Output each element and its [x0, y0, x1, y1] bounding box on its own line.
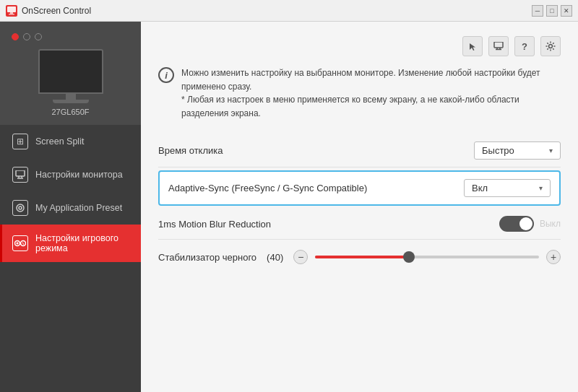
titlebar: OnScreen Control ─ □ ✕	[0, 0, 578, 22]
app-icon	[6, 5, 17, 17]
adaptive-sync-dropdown-arrow: ▾	[539, 184, 543, 192]
slider-minus-button[interactable]: −	[293, 250, 308, 264]
motion-blur-toggle[interactable]: Выкл	[499, 216, 561, 232]
content-top-icons: ?	[158, 36, 561, 56]
sidebar-monitor-area: 27GL650F	[0, 22, 141, 125]
adaptive-sync-value: Вкл	[472, 183, 533, 193]
response-time-label: Время отклика	[158, 145, 474, 156]
svg-rect-2	[9, 14, 14, 15]
sidebar-item-game-mode[interactable]: Настройки игрового режима	[0, 225, 141, 262]
content-area: ? i Можно изменить настройку на выбранно…	[141, 22, 578, 392]
monitor-model-label: 27GL650F	[52, 108, 90, 116]
svg-point-19	[549, 45, 553, 48]
sidebar: 27GL650F ⊞ Screen Split Настройки монито…	[0, 22, 141, 392]
svg-rect-0	[7, 6, 16, 12]
help-icon-btn[interactable]: ?	[514, 36, 535, 56]
cursor-icon-btn[interactable]	[462, 36, 483, 56]
svg-rect-15	[494, 42, 503, 48]
monitor-dot-2[interactable]	[23, 33, 30, 40]
app-preset-icon	[12, 200, 28, 216]
motion-blur-label: 1ms Motion Blur Reduction	[158, 219, 499, 230]
question-mark-icon: ?	[522, 41, 527, 52]
monitor-neck	[66, 94, 76, 100]
sidebar-item-app-preset-label: My Application Preset	[35, 203, 122, 213]
monitor-dot-1[interactable]	[12, 33, 19, 40]
toggle-track[interactable]	[499, 216, 534, 232]
info-icon: i	[158, 67, 174, 83]
maximize-button[interactable]: □	[546, 5, 558, 17]
settings-icon-btn[interactable]	[540, 36, 561, 56]
svg-rect-3	[16, 170, 25, 176]
motion-blur-row: 1ms Motion Blur Reduction Выкл	[158, 209, 561, 240]
monitor-dot-3[interactable]	[35, 33, 42, 40]
info-box: i Можно изменить настройку на выбранном …	[158, 66, 561, 120]
svg-rect-1	[10, 12, 13, 14]
slider-plus-button[interactable]: +	[546, 250, 561, 264]
slider-track[interactable]	[315, 255, 539, 259]
slider-thumb[interactable]	[403, 251, 415, 263]
response-time-dropdown-arrow: ▾	[549, 147, 553, 154]
window-title: OnScreen Control	[22, 6, 532, 16]
monitor-base	[53, 100, 89, 103]
monitor-screen	[38, 49, 103, 94]
black-stabilizer-label: Стабилизатор черного	[158, 252, 256, 263]
adaptive-sync-dropdown[interactable]: Вкл ▾	[464, 179, 551, 197]
close-button[interactable]: ✕	[561, 5, 572, 17]
svg-point-10	[21, 241, 26, 246]
sidebar-item-monitor-settings-label: Настройки монитора	[35, 170, 123, 180]
response-time-row: Время отклика Быстро ▾	[158, 134, 561, 167]
adaptive-sync-row: Adaptive-Sync (FreeSync / G-Sync Compati…	[158, 170, 561, 206]
toggle-off-label: Выкл	[540, 219, 561, 229]
screen-split-icon: ⊞	[12, 134, 28, 149]
toggle-knob	[519, 217, 532, 230]
response-time-dropdown[interactable]: Быстро ▾	[474, 141, 561, 160]
window-controls: ─ □ ✕	[532, 5, 572, 17]
main-layout: 27GL650F ⊞ Screen Split Настройки монито…	[0, 22, 578, 392]
svg-point-13	[22, 243, 23, 243]
slider-track-fill	[315, 256, 409, 258]
black-stabilizer-value: (40)	[267, 252, 283, 263]
sidebar-item-app-preset[interactable]: My Application Preset	[0, 191, 141, 225]
sidebar-item-game-mode-label: Настройки игрового режима	[35, 233, 131, 253]
svg-point-8	[19, 206, 22, 209]
sidebar-item-screen-split-label: Screen Split	[35, 136, 84, 147]
adaptive-sync-label: Adaptive-Sync (FreeSync / G-Sync Compati…	[168, 183, 464, 193]
sidebar-nav: ⊞ Screen Split Настройки монитора My App…	[0, 125, 141, 392]
info-text-line1: Можно изменить настройку на выбранном мо…	[181, 66, 561, 93]
monitor-settings-icon	[12, 167, 28, 183]
sidebar-item-monitor-settings[interactable]: Настройки монитора	[0, 158, 141, 191]
monitor-icon-btn[interactable]	[488, 36, 509, 56]
svg-point-14	[23, 243, 24, 244]
game-mode-icon	[12, 235, 28, 251]
black-stabilizer-row: Стабилизатор черного (40) − +	[158, 240, 561, 274]
info-text: Можно изменить настройку на выбранном мо…	[181, 66, 561, 120]
svg-point-7	[17, 204, 24, 212]
minimize-button[interactable]: ─	[532, 5, 543, 17]
monitor-icon	[38, 49, 103, 103]
sidebar-item-screen-split[interactable]: ⊞ Screen Split	[0, 125, 141, 158]
response-time-value: Быстро	[482, 145, 543, 156]
info-text-line2: * Любая из настроек в меню применяется к…	[181, 93, 561, 120]
monitor-dots	[9, 33, 42, 40]
